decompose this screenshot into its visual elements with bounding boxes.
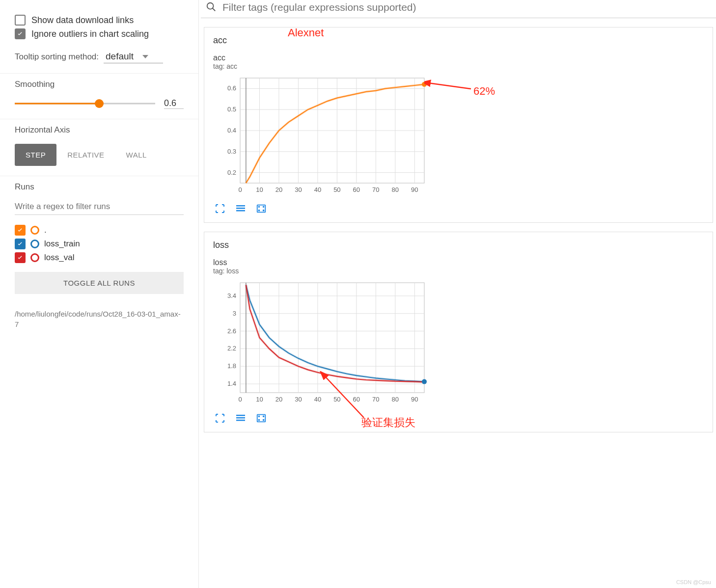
svg-line-1 bbox=[213, 8, 216, 11]
svg-rect-82 bbox=[257, 415, 266, 422]
svg-text:70: 70 bbox=[372, 186, 379, 193]
card-loss-header[interactable]: loss bbox=[204, 232, 713, 258]
svg-text:0.3: 0.3 bbox=[227, 148, 236, 155]
svg-text:0.6: 0.6 bbox=[227, 84, 236, 92]
svg-line-35 bbox=[428, 83, 471, 89]
svg-text:10: 10 bbox=[256, 396, 263, 403]
run-name: loss_val bbox=[44, 253, 74, 263]
chart-acc-tag: tag: acc bbox=[213, 62, 704, 70]
svg-text:3.4: 3.4 bbox=[227, 292, 236, 299]
run-row[interactable]: loss_val bbox=[15, 252, 184, 263]
run-color-swatch bbox=[30, 240, 39, 248]
svg-text:60: 60 bbox=[353, 186, 360, 193]
svg-text:90: 90 bbox=[411, 186, 418, 193]
svg-text:50: 50 bbox=[333, 396, 340, 403]
svg-text:2.2: 2.2 bbox=[227, 345, 236, 352]
chart-acc[interactable]: 01020304050607080900.20.30.40.50.6 bbox=[213, 74, 429, 197]
run-row[interactable]: . bbox=[15, 225, 184, 236]
axis-wall-button[interactable]: WALL bbox=[115, 144, 158, 166]
chart-loss-tag: tag: loss bbox=[213, 267, 704, 275]
arrow-icon bbox=[424, 79, 478, 99]
slider-thumb-icon[interactable] bbox=[95, 99, 104, 108]
show-download-row[interactable]: Show data download links bbox=[15, 15, 184, 26]
smoothing-slider[interactable] bbox=[15, 99, 155, 108]
svg-rect-38 bbox=[236, 210, 245, 212]
fit-icon[interactable] bbox=[254, 412, 268, 424]
chart-acc-title: acc bbox=[213, 53, 704, 62]
svg-point-84 bbox=[263, 416, 264, 417]
svg-point-42 bbox=[259, 210, 260, 211]
svg-text:1.8: 1.8 bbox=[227, 362, 236, 370]
svg-rect-36 bbox=[236, 205, 245, 207]
fullscreen-icon[interactable] bbox=[213, 412, 227, 424]
svg-text:40: 40 bbox=[314, 396, 321, 403]
tag-filter-input[interactable] bbox=[221, 1, 711, 14]
svg-text:2.6: 2.6 bbox=[227, 327, 236, 335]
svg-point-40 bbox=[259, 206, 260, 207]
fit-icon[interactable] bbox=[254, 203, 268, 214]
svg-rect-79 bbox=[236, 415, 245, 416]
search-icon bbox=[206, 1, 217, 14]
svg-point-85 bbox=[259, 420, 260, 421]
chart-loss[interactable]: 01020304050607080901.41.82.22.633.4 bbox=[213, 279, 429, 406]
svg-text:0: 0 bbox=[238, 186, 242, 193]
smoothing-value[interactable]: 0.6 bbox=[164, 98, 184, 109]
svg-text:30: 30 bbox=[295, 186, 302, 193]
svg-text:1.4: 1.4 bbox=[227, 380, 236, 387]
chart-loss-title: loss bbox=[213, 258, 704, 267]
main-panel: acc Alexnet acc tag: acc 010203040506070… bbox=[199, 0, 716, 588]
run-name: loss_train bbox=[44, 239, 80, 249]
svg-point-78 bbox=[422, 379, 427, 384]
axis-relative-button[interactable]: RELATIVE bbox=[56, 144, 115, 166]
svg-point-83 bbox=[259, 416, 260, 417]
show-download-label: Show data download links bbox=[31, 15, 134, 26]
runs-filter-input[interactable] bbox=[15, 199, 184, 215]
svg-point-0 bbox=[207, 2, 214, 9]
run-color-swatch bbox=[30, 226, 39, 235]
run-color-swatch bbox=[30, 253, 39, 262]
card-acc-header[interactable]: acc bbox=[204, 27, 713, 53]
checkbox-checked-icon bbox=[15, 239, 26, 249]
svg-point-34 bbox=[422, 82, 427, 87]
list-icon[interactable] bbox=[234, 203, 248, 214]
svg-text:0.4: 0.4 bbox=[227, 127, 236, 134]
tooltip-sort-label: Tooltip sorting method: bbox=[15, 52, 99, 62]
fullscreen-icon[interactable] bbox=[213, 203, 227, 214]
svg-text:0.5: 0.5 bbox=[227, 106, 236, 113]
svg-text:40: 40 bbox=[314, 186, 321, 193]
annotation-62pct: 62% bbox=[473, 85, 495, 98]
chevron-down-icon bbox=[142, 55, 148, 58]
toggle-all-runs-button[interactable]: TOGGLE ALL RUNS bbox=[15, 272, 184, 294]
run-name: . bbox=[44, 225, 47, 235]
svg-point-86 bbox=[263, 420, 264, 421]
svg-text:80: 80 bbox=[392, 186, 399, 193]
svg-text:80: 80 bbox=[392, 396, 399, 403]
svg-text:20: 20 bbox=[275, 396, 282, 403]
svg-text:90: 90 bbox=[411, 396, 418, 403]
horizontal-axis-group: STEPRELATIVEWALL bbox=[15, 144, 184, 166]
svg-text:3: 3 bbox=[233, 310, 236, 317]
svg-rect-37 bbox=[236, 208, 245, 209]
checkbox-checked-icon bbox=[15, 225, 26, 236]
svg-text:30: 30 bbox=[295, 396, 302, 403]
svg-text:0: 0 bbox=[238, 396, 242, 403]
run-row[interactable]: loss_train bbox=[15, 239, 184, 249]
watermark: CSDN @Cpsu bbox=[676, 579, 711, 585]
axis-step-button[interactable]: STEP bbox=[15, 144, 56, 166]
card-acc: acc Alexnet acc tag: acc 010203040506070… bbox=[204, 27, 713, 223]
svg-rect-39 bbox=[257, 205, 266, 213]
svg-point-43 bbox=[263, 210, 264, 211]
list-icon[interactable] bbox=[234, 412, 248, 424]
ignore-outliers-label: Ignore outliers in chart scaling bbox=[31, 29, 149, 39]
svg-text:60: 60 bbox=[353, 396, 360, 403]
chart-loss-toolbar bbox=[213, 412, 704, 424]
runs-label: Runs bbox=[15, 182, 184, 192]
sidebar: Show data download links Ignore outliers… bbox=[0, 0, 199, 588]
checkbox-checked-icon bbox=[15, 28, 26, 39]
tooltip-sort-select[interactable]: default bbox=[104, 50, 163, 63]
svg-text:10: 10 bbox=[256, 186, 263, 193]
svg-rect-80 bbox=[236, 417, 245, 419]
checkbox-icon bbox=[15, 15, 26, 26]
ignore-outliers-row[interactable]: Ignore outliers in chart scaling bbox=[15, 28, 184, 39]
svg-text:70: 70 bbox=[372, 396, 379, 403]
